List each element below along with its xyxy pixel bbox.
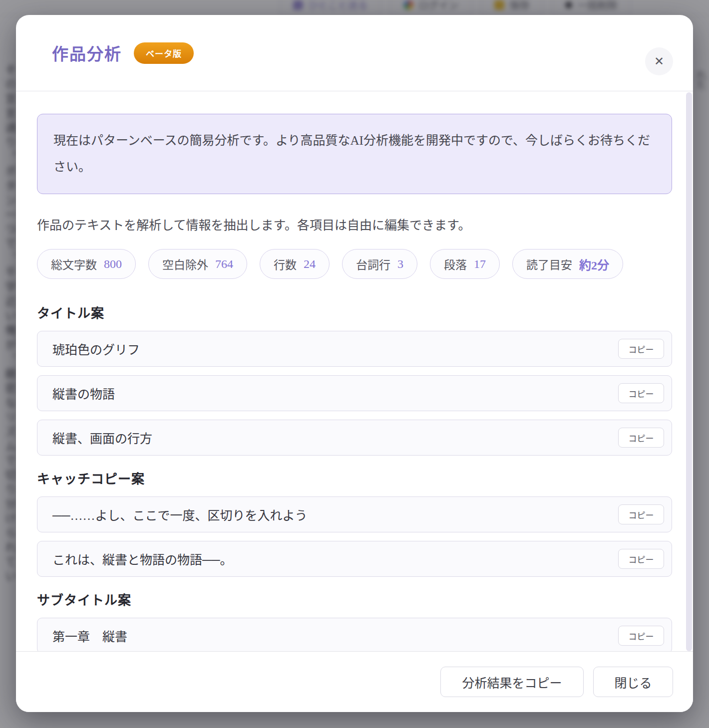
stat-value: 24 [304, 257, 316, 271]
analysis-modal: 作品分析 ベータ版 ✕ 現在はパターンベースの簡易分析です。より高品質なAI分析… [16, 15, 693, 712]
stat-value: 764 [215, 257, 233, 271]
suggestion-section: サブタイトル案 第一章 縦書 コピー コピー [37, 590, 672, 651]
stat-value: 3 [397, 257, 403, 271]
stat-label: 総文字数 [51, 255, 97, 272]
stat-pill: 台詞行 3 [342, 249, 417, 279]
section-items: 第一章 縦書 コピー コピー [37, 618, 672, 651]
suggestion-text: 縦書の物語 [52, 384, 115, 402]
suggestion-text: 琥珀色のグリフ [52, 340, 140, 358]
section-items: ──……よし、ここで一度、区切りを入れよう コピー これは、縦書と物語の物語──… [37, 496, 672, 577]
sections-root: タイトル案 琥珀色のグリフ コピー 縦書の物語 コピー 縦書、画面の行方 コピー… [37, 303, 672, 651]
copy-button[interactable]: コピー [618, 626, 664, 646]
analysis-description: 作品のテキストを解析して情報を抽出します。各項目は自由に編集できます。 [37, 215, 672, 233]
suggestion-text: 第一章 縦書 [52, 627, 127, 645]
suggestion-item[interactable]: ──……よし、ここで一度、区切りを入れよう コピー [37, 496, 672, 532]
stat-value: 約2分 [579, 255, 609, 273]
suggestion-text: ──……よし、ここで一度、区切りを入れよう [52, 505, 307, 523]
suggestion-item[interactable]: 第一章 縦書 コピー [37, 618, 672, 651]
beta-badge: ベータ版 [134, 42, 194, 64]
close-modal-button[interactable]: 閉じる [593, 667, 673, 697]
section-heading: タイトル案 [37, 303, 672, 321]
copy-button[interactable]: コピー [618, 383, 664, 403]
section-items: 琥珀色のグリフ コピー 縦書の物語 コピー 縦書、画面の行方 コピー [37, 331, 672, 456]
beta-notice: 現在はパターンベースの簡易分析です。より高品質なAI分析機能を開発中ですので、今… [37, 114, 672, 194]
stat-label: 台詞行 [356, 255, 390, 272]
close-icon: ✕ [654, 55, 664, 67]
suggestion-text: 縦書、画面の行方 [52, 429, 152, 447]
copy-button[interactable]: コピー [618, 549, 664, 569]
suggestion-item[interactable]: 縦書の物語 コピー [37, 375, 672, 411]
stat-pill: 行数 24 [260, 249, 330, 279]
suggestion-text: これは、縦書と物語の物語──。 [52, 550, 232, 568]
suggestion-item[interactable]: 琥珀色のグリフ コピー [37, 331, 672, 367]
copy-button[interactable]: コピー [618, 339, 664, 359]
modal-scrollbar[interactable] [686, 92, 692, 651]
modal-title: 作品分析 [52, 41, 122, 65]
stat-pill: 段落 17 [430, 249, 500, 279]
stats-row: 総文字数 800 空白除外 764 行数 24 台詞行 3 段落 17 読了目安… [37, 249, 672, 279]
copy-button[interactable]: コピー [618, 428, 664, 448]
stat-label: 読了目安 [526, 255, 572, 272]
suggestion-section: キャッチコピー案 ──……よし、ここで一度、区切りを入れよう コピー これは、縦… [37, 469, 672, 577]
stat-value: 17 [474, 257, 486, 271]
section-heading: キャッチコピー案 [37, 469, 672, 487]
modal-header: 作品分析 ベータ版 ✕ [16, 15, 693, 91]
stat-label: 行数 [274, 255, 297, 272]
stat-label: 段落 [444, 255, 467, 272]
stat-pill: 空白除外 764 [148, 249, 247, 279]
copy-results-button[interactable]: 分析結果をコピー [440, 667, 584, 697]
stat-pill: 総文字数 800 [37, 249, 136, 279]
suggestion-item[interactable]: これは、縦書と物語の物語──。 コピー [37, 541, 672, 577]
stat-value: 800 [104, 257, 122, 271]
close-button[interactable]: ✕ [645, 47, 673, 75]
copy-button[interactable]: コピー [618, 504, 664, 524]
suggestion-item[interactable]: 縦書、画面の行方 コピー [37, 420, 672, 456]
stat-pill: 読了目安 約2分 [512, 249, 623, 279]
section-heading: サブタイトル案 [37, 590, 672, 608]
modal-footer: 分析結果をコピー 閉じる [16, 651, 693, 712]
suggestion-section: タイトル案 琥珀色のグリフ コピー 縦書の物語 コピー 縦書、画面の行方 コピー [37, 303, 672, 456]
modal-body[interactable]: 現在はパターンベースの簡易分析です。より高品質なAI分析機能を開発中ですので、今… [16, 91, 693, 651]
stat-label: 空白除外 [162, 255, 208, 272]
